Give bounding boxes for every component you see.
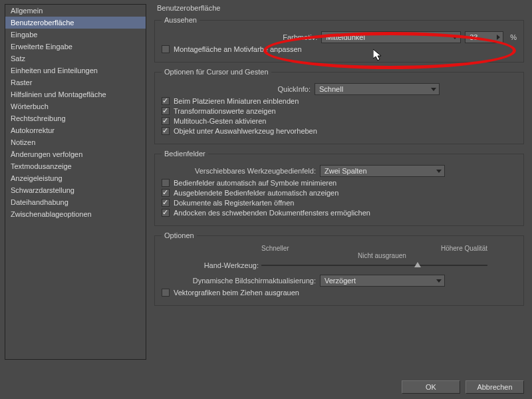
brightness-input[interactable]: 33 xyxy=(465,31,503,43)
chevron-down-icon xyxy=(431,88,436,91)
sidebar-item[interactable]: Erweiterte Eingabe xyxy=(5,41,146,53)
checkbox-label: Ausgeblendete Bedienfelder automatisch a… xyxy=(174,189,338,197)
main-panel: Benutzeroberfläche Aussehen Farbmotiv: M… xyxy=(154,3,528,311)
slider-nogreek-label: Nicht ausgrauen xyxy=(358,252,517,259)
page-title: Benutzeroberfläche xyxy=(154,3,528,16)
checkbox[interactable] xyxy=(162,199,170,207)
sidebar-item[interactable]: Änderungen verfolgen xyxy=(5,148,146,160)
checkbox[interactable] xyxy=(162,117,170,125)
sidebar-item[interactable]: Zwischenablageoptionen xyxy=(5,208,146,220)
checkbox-label: Bedienfelder automatisch auf Symbole min… xyxy=(174,179,336,187)
color-theme-select[interactable]: Mitteldunkel xyxy=(321,31,461,43)
match-pasteboard-label: Montagefläche an Motivfarbe anpassen xyxy=(174,45,302,53)
checkbox[interactable] xyxy=(162,179,170,187)
chevron-down-icon xyxy=(452,36,458,39)
cancel-button[interactable]: Abbrechen xyxy=(466,380,524,394)
slider-faster-label: Schneller xyxy=(261,245,289,252)
greek-vector-label: Vektorgrafiken beim Ziehen ausgrauen xyxy=(174,289,299,297)
options-legend: Optionen xyxy=(162,231,197,239)
greek-vector-checkbox[interactable] xyxy=(162,289,170,297)
checkbox[interactable] xyxy=(162,127,170,135)
tooltip-select[interactable]: Schnell xyxy=(315,83,440,95)
checkbox[interactable] xyxy=(162,209,170,217)
checkbox-label: Beim Platzieren Miniaturen einblenden xyxy=(174,97,299,105)
floating-tools-value: Zwei Spalten xyxy=(325,167,367,175)
sidebar-item[interactable]: Raster xyxy=(5,76,146,88)
checkbox[interactable] xyxy=(162,97,170,105)
hand-tool-label: Hand-Werkzeug: xyxy=(162,261,259,269)
tooltip-label: QuickInfo: xyxy=(162,85,311,93)
dyn-update-value: Verzögert xyxy=(325,277,356,285)
sidebar-item[interactable]: Benutzeroberfläche xyxy=(5,17,146,29)
slider-thumb-icon[interactable] xyxy=(414,262,421,267)
checkbox-label: Dokumente als Registerkarten öffnen xyxy=(174,199,294,207)
color-theme-value: Mitteldunkel xyxy=(326,33,365,41)
sidebar-item[interactable]: Dateihandhabung xyxy=(5,196,146,208)
sidebar-item[interactable]: Satz xyxy=(5,53,146,65)
chevron-down-icon xyxy=(436,279,442,283)
panels-legend: Bedienfelder xyxy=(162,150,208,158)
tooltip-value: Schnell xyxy=(319,85,343,93)
sidebar-item[interactable]: Rechtschreibung xyxy=(5,112,146,124)
hand-tool-slider[interactable] xyxy=(261,265,487,266)
checkbox-label: Objekt unter Auswahlwerkzeug hervorheben xyxy=(174,127,317,135)
percent-label: % xyxy=(510,33,517,41)
floating-tools-label: Verschiebbares Werkzeugbedienfeld: xyxy=(162,167,316,175)
sidebar-item[interactable]: Textmodusanzeige xyxy=(5,160,146,172)
category-sidebar: AllgemeinBenutzeroberflächeEingabeErweit… xyxy=(5,4,146,360)
checkbox[interactable] xyxy=(162,107,170,115)
sidebar-item[interactable]: Wörterbuch xyxy=(5,100,146,112)
checkbox-label: Transformationswerte anzeigen xyxy=(174,107,276,115)
slider-quality-label: Höhere Qualität xyxy=(441,245,487,252)
checkbox-label: Multitouch-Gesten aktivieren xyxy=(174,117,266,125)
color-theme-label: Farbmotiv: xyxy=(171,33,317,41)
ok-button[interactable]: OK xyxy=(402,380,460,394)
chevron-down-icon xyxy=(436,170,442,173)
appearance-legend: Aussehen xyxy=(162,16,200,24)
dialog-buttons: OK Abbrechen xyxy=(402,380,524,394)
dyn-update-select[interactable]: Verzögert xyxy=(320,275,445,287)
sidebar-item[interactable]: Notizen xyxy=(5,136,146,148)
checkbox-label: Andocken des schwebenden Dokumentfenster… xyxy=(174,209,370,217)
cursor-gestures-group: Optionen für Cursor und Gesten QuickInfo… xyxy=(154,68,524,144)
options-group: Optionen Schneller Höhere Qualität Nicht… xyxy=(154,231,524,306)
sidebar-item[interactable]: Autokorrektur xyxy=(5,124,146,136)
panels-group: Bedienfelder Verschiebbares Werkzeugbedi… xyxy=(154,150,524,226)
match-pasteboard-checkbox[interactable] xyxy=(162,45,170,53)
appearance-group: Aussehen Farbmotiv: Mitteldunkel 33 % Mo… xyxy=(154,16,524,63)
sidebar-item[interactable]: Schwarzdarstellung xyxy=(5,184,146,196)
floating-tools-select[interactable]: Zwei Spalten xyxy=(320,165,445,177)
brightness-value: 33 xyxy=(469,33,477,41)
sidebar-item[interactable]: Eingabe xyxy=(5,29,146,41)
sidebar-item[interactable]: Hilfslinien und Montagefläche xyxy=(5,88,146,100)
dyn-update-label: Dynamische Bildschirmaktualisierung: xyxy=(162,277,316,285)
sidebar-item[interactable]: Einheiten und Einteilungen xyxy=(5,65,146,76)
sidebar-item[interactable]: Anzeigeleistung xyxy=(5,172,146,184)
sidebar-item[interactable]: Allgemein xyxy=(5,5,146,17)
cursor-gestures-legend: Optionen für Cursor und Gesten xyxy=(162,68,271,76)
checkbox[interactable] xyxy=(162,189,170,197)
triangle-right-icon xyxy=(497,35,500,40)
